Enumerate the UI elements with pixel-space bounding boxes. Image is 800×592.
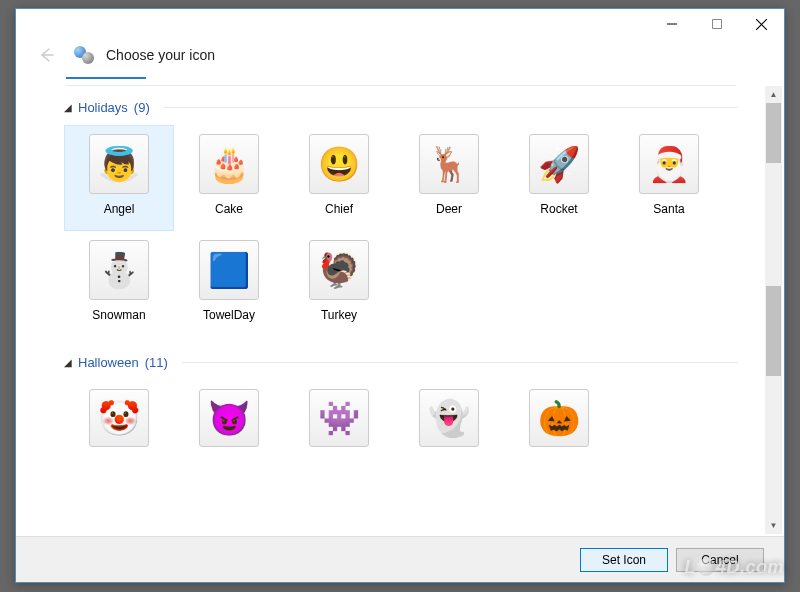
icon-label: Angel bbox=[104, 202, 135, 216]
header: Choose your icon bbox=[16, 39, 784, 75]
scroll-up-button[interactable]: ▲ bbox=[765, 86, 782, 103]
category-line bbox=[182, 362, 738, 363]
santa-icon: 🎅 bbox=[639, 134, 699, 194]
category-header[interactable]: ◢ Holidays (9) bbox=[64, 100, 738, 115]
halloween-icon: 👻 bbox=[419, 389, 479, 447]
turkey-icon: 🦃 bbox=[309, 240, 369, 300]
icon-item[interactable]: 🤡 bbox=[64, 380, 174, 456]
deer-icon: 🦌 bbox=[419, 134, 479, 194]
page-title: Choose your icon bbox=[106, 47, 215, 63]
close-button[interactable] bbox=[739, 9, 784, 39]
vertical-scrollbar[interactable]: ▲ ▼ bbox=[765, 86, 782, 534]
halloween-icon: 🎃 bbox=[529, 389, 589, 447]
set-icon-button[interactable]: Set Icon bbox=[580, 548, 668, 572]
rocket-icon: 🚀 bbox=[529, 134, 589, 194]
category-name: Halloween bbox=[78, 355, 139, 370]
icon-label: Turkey bbox=[321, 308, 357, 322]
icon-item-snowman[interactable]: ⛄ Snowman bbox=[64, 231, 174, 337]
cancel-button[interactable]: Cancel bbox=[676, 548, 764, 572]
icon-item-rocket[interactable]: 🚀 Rocket bbox=[504, 125, 614, 231]
icon-label: Santa bbox=[653, 202, 684, 216]
icon-item[interactable]: 🎃 bbox=[504, 380, 614, 456]
chief-icon: 😃 bbox=[309, 134, 369, 194]
back-arrow-icon bbox=[34, 43, 58, 67]
expand-arrow-icon: ◢ bbox=[64, 357, 72, 368]
title-underline bbox=[66, 77, 146, 79]
icon-grid-halloween: 🤡 😈 👾 👻 🎃 bbox=[64, 380, 738, 456]
icon-item-turkey[interactable]: 🦃 Turkey bbox=[284, 231, 394, 337]
icon-item[interactable]: 👾 bbox=[284, 380, 394, 456]
icon-item[interactable]: 😈 bbox=[174, 380, 284, 456]
halloween-icon: 😈 bbox=[199, 389, 259, 447]
category-count: (11) bbox=[145, 355, 168, 370]
icon-label: Cake bbox=[215, 202, 243, 216]
dialog-window: Choose your icon ◢ Holidays (9) 👼 Angel bbox=[15, 8, 785, 583]
content-area: ◢ Holidays (9) 👼 Angel 🎂 Cake 😃 bbox=[16, 86, 784, 534]
scroll-down-button[interactable]: ▼ bbox=[765, 517, 782, 534]
towelday-icon: 🟦 bbox=[199, 240, 259, 300]
icon-item-cake[interactable]: 🎂 Cake bbox=[174, 125, 284, 231]
category-header[interactable]: ◢ Halloween (11) bbox=[64, 355, 738, 370]
titlebar bbox=[16, 9, 784, 39]
footer: Set Icon Cancel bbox=[16, 536, 784, 582]
minimize-button[interactable] bbox=[649, 9, 694, 39]
icon-item-deer[interactable]: 🦌 Deer bbox=[394, 125, 504, 231]
app-icon bbox=[74, 44, 96, 66]
icon-label: Deer bbox=[436, 202, 462, 216]
category-halloween: ◢ Halloween (11) 🤡 😈 👾 bbox=[64, 355, 738, 456]
icon-label: Rocket bbox=[540, 202, 577, 216]
angel-icon: 👼 bbox=[89, 134, 149, 194]
snowman-icon: ⛄ bbox=[89, 240, 149, 300]
icon-label: Snowman bbox=[92, 308, 145, 322]
icon-label: TowelDay bbox=[203, 308, 255, 322]
category-holidays: ◢ Holidays (9) 👼 Angel 🎂 Cake 😃 bbox=[64, 100, 738, 337]
cake-icon: 🎂 bbox=[199, 134, 259, 194]
category-line bbox=[164, 107, 738, 108]
icon-item[interactable]: 👻 bbox=[394, 380, 504, 456]
maximize-button bbox=[694, 9, 739, 39]
icon-grid-holidays: 👼 Angel 🎂 Cake 😃 Chief 🦌 Deer bbox=[64, 125, 738, 337]
icon-item-santa[interactable]: 🎅 Santa bbox=[614, 125, 724, 231]
icon-item-towelday[interactable]: 🟦 TowelDay bbox=[174, 231, 284, 337]
expand-arrow-icon: ◢ bbox=[64, 102, 72, 113]
scrollbar-thumb[interactable] bbox=[766, 286, 781, 376]
category-count: (9) bbox=[134, 100, 150, 115]
icon-item-angel[interactable]: 👼 Angel bbox=[64, 125, 174, 231]
icon-list: ◢ Holidays (9) 👼 Angel 🎂 Cake 😃 bbox=[16, 86, 784, 534]
halloween-icon: 👾 bbox=[309, 389, 369, 447]
icon-label: Chief bbox=[325, 202, 353, 216]
scrollbar-thumb[interactable] bbox=[766, 103, 781, 163]
category-name: Holidays bbox=[78, 100, 128, 115]
icon-item-chief[interactable]: 😃 Chief bbox=[284, 125, 394, 231]
halloween-icon: 🤡 bbox=[89, 389, 149, 447]
